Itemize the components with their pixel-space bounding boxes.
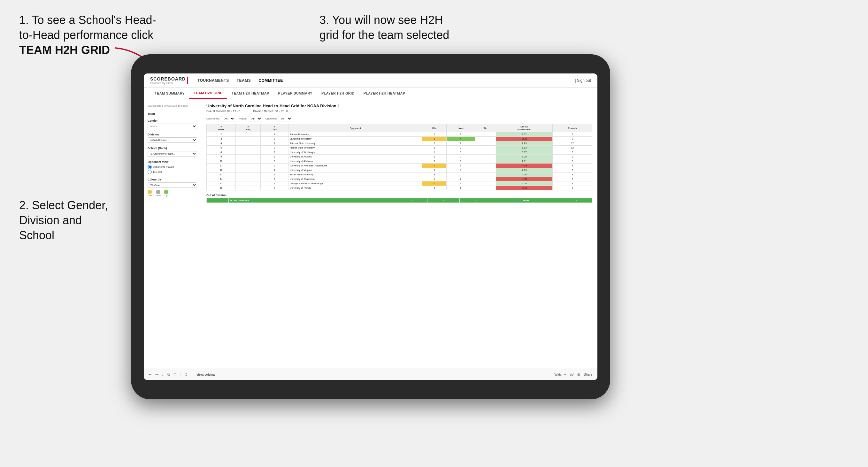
cell-diff: -1.00 bbox=[496, 177, 553, 181]
cell-rank: 12 bbox=[207, 168, 236, 173]
out-div-diff: 26.00 bbox=[492, 198, 560, 203]
cell-win: 5 bbox=[422, 141, 446, 146]
sidebar-school-section: School (Rank) 1. University of Nort... bbox=[148, 147, 197, 157]
clock-btn[interactable]: ⏱ bbox=[185, 373, 188, 376]
cell-opponent: Georgia Institute of Technology bbox=[288, 181, 422, 186]
colour-select[interactable]: Win/loss bbox=[148, 182, 197, 188]
cell-diff: -2.29 bbox=[496, 137, 553, 141]
out-div-win: 1 bbox=[395, 198, 427, 203]
table-row: 4 1 Arizona State University 5 1 2.29 17 bbox=[207, 141, 592, 146]
cell-rounds: 8 bbox=[553, 137, 592, 141]
cell-conf: 3 bbox=[260, 186, 288, 190]
copy-btn[interactable]: ⧉ bbox=[167, 373, 169, 377]
out-div-name: NCAA Division II bbox=[229, 198, 395, 203]
filter-opponent: Opponent (All) bbox=[266, 116, 292, 121]
logo-sub: Powered by clippi bbox=[150, 82, 186, 85]
table-row: 9 3 University of Arizona 1 0 9.00 2 bbox=[207, 155, 592, 159]
annotation-1: 1. To see a School's Head- to-Head perfo… bbox=[19, 13, 179, 58]
nav-committee[interactable]: COMMITTEE bbox=[258, 77, 283, 84]
cell-rounds: 3 bbox=[553, 168, 592, 173]
cell-rounds: 17 bbox=[553, 141, 592, 146]
cell-reg bbox=[236, 155, 260, 159]
cell-conf: 5 bbox=[260, 159, 288, 163]
nav-teams[interactable]: TEAMS bbox=[237, 77, 251, 84]
grid-btn[interactable]: ⊞ bbox=[577, 373, 580, 376]
cell-rounds: 9 bbox=[553, 177, 592, 181]
watch-btn[interactable]: Watch ▾ bbox=[555, 373, 566, 376]
region-select[interactable]: (All) bbox=[248, 116, 262, 121]
data-area: University of North Carolina Head-to-Hea… bbox=[201, 99, 597, 369]
cell-rounds: 9 bbox=[553, 173, 592, 177]
cell-loss: 4 bbox=[446, 137, 475, 141]
sub-nav-player-h2h-heatmap[interactable]: PLAYER H2H HEATMAP bbox=[359, 88, 410, 99]
cell-rounds: 2 bbox=[553, 155, 592, 159]
undo-btn[interactable]: ↩ bbox=[149, 373, 151, 376]
opponents-select[interactable]: (All) bbox=[221, 116, 235, 121]
sub-nav-player-h2h-grid[interactable]: PLAYER H2H GRID bbox=[317, 88, 359, 99]
cell-tie bbox=[475, 141, 496, 146]
cell-conf: 1 bbox=[260, 132, 288, 137]
cell-conf: 2 bbox=[260, 177, 288, 181]
sub-nav-team-summary[interactable]: TEAM SUMMARY bbox=[150, 88, 189, 99]
cell-reg bbox=[236, 137, 260, 141]
division-select[interactable]: NCAA Division I bbox=[148, 137, 197, 143]
out-of-division-row: NCAA Division II 1 0 0 26.00 3 bbox=[207, 198, 592, 203]
cell-win: 1 bbox=[422, 177, 446, 181]
comment-btn[interactable]: 💬 bbox=[569, 373, 574, 376]
opponent-select[interactable]: (All) bbox=[278, 116, 292, 121]
cell-rank: 15 bbox=[207, 181, 236, 186]
sub-nav-team-h2h-grid[interactable]: TEAM H2H GRID bbox=[189, 88, 227, 99]
cell-reg bbox=[236, 186, 260, 190]
table-row: 3 2 Vanderbilt University 0 4 -2.29 8 bbox=[207, 137, 592, 141]
cell-win: 1 bbox=[422, 150, 446, 155]
cell-tie bbox=[475, 173, 496, 177]
col-win: Win bbox=[422, 124, 446, 132]
cell-rank: 2 bbox=[207, 132, 236, 137]
cell-win: 2 bbox=[422, 146, 446, 150]
annotation-2: 2. Select Gender, Division and School bbox=[19, 198, 147, 243]
main-content: Last Updated: 27/03/2024 16:55:38 Team G… bbox=[144, 99, 597, 369]
cell-conf: 1 bbox=[260, 168, 288, 173]
gender-select[interactable]: Men's bbox=[148, 124, 197, 129]
cell-tie bbox=[475, 132, 496, 137]
cell-reg bbox=[236, 132, 260, 137]
top-navigation: SCOREBOARD Powered by clippi TOURNAMENTS… bbox=[144, 73, 597, 88]
cell-win: 3 bbox=[422, 159, 446, 163]
table-row: 16 3 University of Florida 3 1 -6.42 9 bbox=[207, 186, 592, 190]
col-diff: Diff AvStrokes/Rnd bbox=[496, 124, 553, 132]
cell-rounds: 12 bbox=[553, 146, 592, 150]
filter-region: Region (All) bbox=[238, 116, 262, 121]
sub-nav-player-summary[interactable]: PLAYER SUMMARY bbox=[274, 88, 317, 99]
cell-tie bbox=[475, 186, 496, 190]
paste-btn[interactable]: ◫ bbox=[174, 373, 176, 376]
opponents-label: Opponents: bbox=[206, 117, 219, 120]
sign-out[interactable]: | Sign out bbox=[575, 78, 591, 83]
cell-rounds: 9 bbox=[553, 186, 592, 190]
table-row: 13 1 Texas Tech University 3 0 5.56 9 bbox=[207, 173, 592, 177]
sidebar-gender-section: Gender Men's bbox=[148, 119, 197, 129]
cell-conf: 3 bbox=[260, 155, 288, 159]
cell-tie bbox=[475, 159, 496, 163]
sidebar-team-section: Team bbox=[148, 112, 197, 115]
table-row: 8 2 University of Washington 1 0 3.67 3 bbox=[207, 150, 592, 155]
cell-opponent: University of Virginia bbox=[288, 168, 422, 173]
cell-loss: 1 bbox=[446, 163, 475, 168]
cell-win: 0 bbox=[422, 163, 446, 168]
nav-tournaments[interactable]: TOURNAMENTS bbox=[197, 77, 229, 84]
table-row: 14 2 University of Oklahoma 1 2 -1.00 9 bbox=[207, 177, 592, 181]
cell-reg bbox=[236, 173, 260, 177]
cell-conf: 1 bbox=[260, 173, 288, 177]
cell-diff: 1.83 bbox=[496, 146, 553, 150]
cell-opponent: University of Washington bbox=[288, 150, 422, 155]
sub-nav-team-h2h-heatmap[interactable]: TEAM H2H HEATMAP bbox=[227, 88, 274, 99]
cell-reg bbox=[236, 177, 260, 181]
table-title: University of North Carolina Head-to-Hea… bbox=[206, 103, 592, 108]
cell-win: 3 bbox=[422, 173, 446, 177]
logo-area: SCOREBOARD Powered by clippi bbox=[150, 76, 188, 85]
home-btn[interactable]: ⌂ bbox=[162, 373, 163, 376]
cell-rank: 4 bbox=[207, 141, 236, 146]
share-btn[interactable]: Share bbox=[584, 373, 592, 376]
school-select[interactable]: 1. University of Nort... bbox=[148, 151, 197, 157]
redo-btn[interactable]: ↪ bbox=[155, 373, 158, 376]
cell-rank: 6 bbox=[207, 146, 236, 150]
